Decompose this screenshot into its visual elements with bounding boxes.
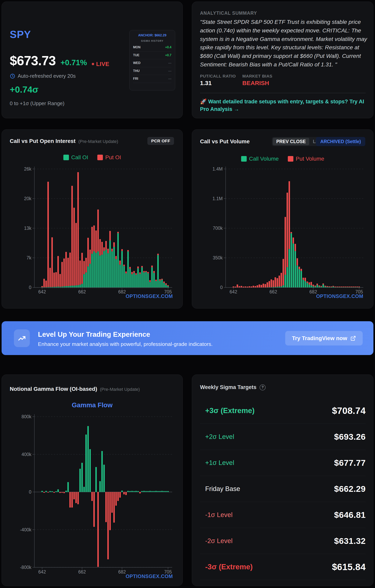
history-day: THU <box>133 69 140 73</box>
market-bias-label: MARKET BIAS <box>242 74 272 79</box>
sigma-target-label: +3σ (Extreme) <box>205 407 254 415</box>
legend-item[interactable]: Call Volume <box>241 156 279 162</box>
summary-body: "State Street SPDR S&P 500 ETF Trust is … <box>200 18 367 69</box>
sigma-targets-header: Weekly Sigma Targets ? <box>200 384 265 390</box>
tradingview-banner: Level Up Your Trading Experience Enhance… <box>2 321 373 355</box>
ticker-price: $673.73 <box>10 53 56 68</box>
banner-subtitle: Enhance your market analysis with powerf… <box>38 341 213 347</box>
sigma-targets-card: Weekly Sigma Targets ? +3σ (Extreme)$708… <box>192 375 373 586</box>
archived-settle-button[interactable]: ARCHIVED (Settle) <box>316 137 365 146</box>
svg-text:700k: 700k <box>213 226 223 231</box>
svg-text:26k: 26k <box>24 166 31 172</box>
sigma-history-row: THU--- <box>133 67 172 75</box>
banner-title: Level Up Your Trading Experience <box>38 330 150 338</box>
legend-label: Put Volume <box>296 156 324 162</box>
gamma-chart-subtitle: Gamma Flow <box>2 401 182 409</box>
oi-watermark: OPTIONSGEX.COM <box>126 294 173 299</box>
history-value: --- <box>168 69 172 73</box>
svg-text:642: 642 <box>38 289 46 294</box>
sigma-history-row: MON+0.4 <box>133 43 172 52</box>
oi-legend: Call OIPut OI <box>2 154 182 161</box>
sigma-target-label: +2σ Level <box>205 433 234 441</box>
volume-title: Call vs Put Volume <box>200 138 250 145</box>
svg-text:682: 682 <box>118 289 126 294</box>
legend-swatch-icon <box>288 156 293 162</box>
svg-text:350k: 350k <box>213 255 223 260</box>
ai-pro-analysis-link[interactable]: 🚀 Want detailed trade setups with entry,… <box>200 98 369 113</box>
gamma-flow-card: Notional Gamma Flow (OI-based) (Pre-Mark… <box>2 375 183 586</box>
legend-item[interactable]: Call OI <box>63 154 88 161</box>
summary-title: ANALYTICAL SUMMARY <box>200 10 257 16</box>
svg-text:1.4M: 1.4M <box>213 166 223 172</box>
svg-text:800k: 800k <box>21 414 31 419</box>
sigma-history-row: WED--- <box>133 59 172 67</box>
legend-swatch-icon <box>97 155 103 160</box>
history-value: --- <box>168 77 172 81</box>
pcr-value: 1.31 <box>200 80 212 86</box>
svg-text:7k: 7k <box>27 255 31 260</box>
svg-text:0: 0 <box>29 489 31 494</box>
live-indicator: LIVE <box>92 61 109 67</box>
pcr-off-button[interactable]: PCR OFF <box>147 137 174 145</box>
sigma-target-label: Friday Base <box>205 485 240 493</box>
ticker-symbol: SPY <box>10 28 31 40</box>
sigma-target-label: -2σ Level <box>205 537 233 545</box>
sigma-target-row: -1σ Level$646.81 <box>200 502 366 528</box>
volume-legend: Call VolumePut Volume <box>192 156 373 162</box>
svg-text:-400k: -400k <box>20 527 31 532</box>
svg-text:662: 662 <box>78 569 86 575</box>
sigma-history-row: FRI--- <box>133 75 172 83</box>
svg-text:662: 662 <box>270 289 277 294</box>
svg-text:0: 0 <box>29 285 31 290</box>
sigma-target-value: $662.29 <box>334 484 366 494</box>
gamma-title: Notional Gamma Flow (OI-based) <box>10 386 97 392</box>
history-day: FRI <box>133 77 138 81</box>
oi-title: Call vs Put Open Interest <box>10 138 75 144</box>
history-value: --- <box>168 61 172 65</box>
sigma-move-value: +0.74σ <box>10 84 39 95</box>
svg-text:662: 662 <box>78 289 86 294</box>
analytical-summary-card: ANALYTICAL SUMMARY "State Street SPDR S&… <box>192 2 373 118</box>
sigma-history-rows: MON+0.4TUE+0.7WED---THU---FRI--- <box>133 43 172 83</box>
toggle-prev-close[interactable]: PREV CLOSE <box>273 138 309 145</box>
svg-text:1.1M: 1.1M <box>213 196 223 201</box>
svg-text:0: 0 <box>220 285 223 290</box>
help-icon[interactable]: ? <box>260 384 265 390</box>
sigma-history-row: TUE+0.7 <box>133 52 172 59</box>
sigma-history-box: ANCHOR: $662.29 SIGMA HISTORY MON+0.4TUE… <box>129 30 175 90</box>
refresh-note: Auto-refreshed every 20s <box>10 73 76 79</box>
gamma-header: Notional Gamma Flow (OI-based) (Pre-Mark… <box>10 386 140 392</box>
legend-item[interactable]: Put OI <box>97 154 121 161</box>
banner-button-label: Try TradingView now <box>292 335 347 342</box>
sigma-target-row: +1σ Level$677.77 <box>200 450 366 476</box>
sigma-range-note: 0 to +1σ (Upper Range) <box>10 100 64 106</box>
gamma-note: (Pre-Market Update) <box>100 387 140 392</box>
sigma-target-label: -3σ (Extreme) <box>205 563 253 571</box>
pcr-label: PUT/CALL RATIO <box>200 74 236 79</box>
clock-icon <box>10 73 15 79</box>
oi-header: Call vs Put Open Interest (Pre-Market Up… <box>10 138 118 144</box>
legend-item[interactable]: Put Volume <box>288 156 324 162</box>
svg-text:13k: 13k <box>24 226 31 231</box>
sigma-targets-title: Weekly Sigma Targets <box>200 384 256 390</box>
try-tradingview-button[interactable]: Try TradingView now <box>285 331 363 346</box>
sigma-target-value: $615.84 <box>332 562 366 572</box>
sigma-target-rows: +3σ (Extreme)$708.74+2σ Level$693.26+1σ … <box>200 398 366 580</box>
sigma-target-row: Friday Base$662.29 <box>200 476 366 502</box>
oi-note: (Pre-Market Update) <box>78 139 118 144</box>
price-row: $673.73 +0.71% LIVE <box>10 53 109 68</box>
history-value: +0.4 <box>165 45 172 49</box>
svg-text:642: 642 <box>230 289 237 294</box>
legend-label: Call Volume <box>249 156 279 162</box>
sigma-target-row: +2σ Level$693.26 <box>200 424 366 450</box>
volume-watermark: OPTIONSGEX.COM <box>316 294 363 299</box>
svg-text:400k: 400k <box>21 452 31 457</box>
sigma-target-value: $693.26 <box>334 432 366 442</box>
sigma-target-row: +3σ (Extreme)$708.74 <box>200 398 366 424</box>
market-bias-value: BEARISH <box>242 80 269 86</box>
sigma-target-label: +1σ Level <box>205 459 234 467</box>
history-day: TUE <box>133 53 139 57</box>
sigma-history-title: SIGMA HISTORY <box>133 40 172 42</box>
svg-text:642: 642 <box>38 569 46 575</box>
history-day: WED <box>133 61 141 65</box>
